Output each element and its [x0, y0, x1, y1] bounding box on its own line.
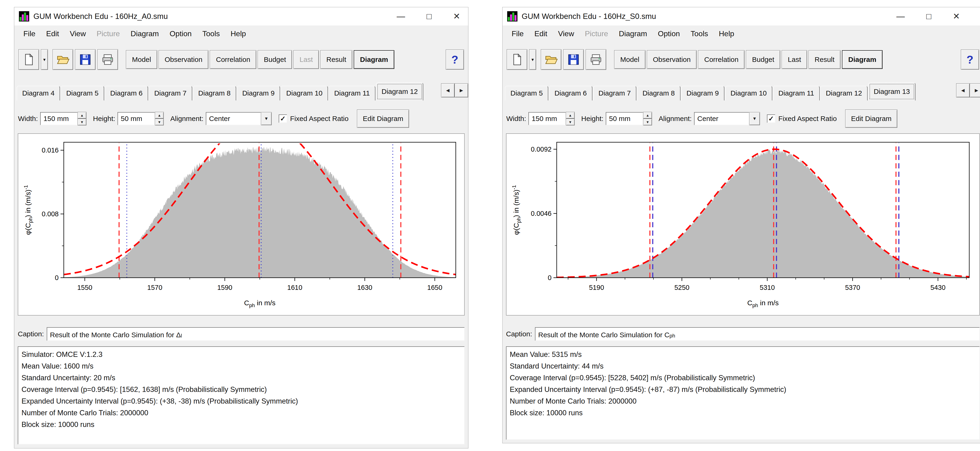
- fixed-aspect-checkbox[interactable]: ✓: [279, 114, 287, 123]
- tab-scroll-left-button[interactable]: ◄: [441, 83, 455, 97]
- menu-item-file[interactable]: File: [18, 29, 41, 38]
- menu-item-view[interactable]: View: [553, 29, 579, 38]
- close-button[interactable]: ✕: [453, 12, 460, 21]
- correlation-button[interactable]: Correlation: [698, 50, 745, 69]
- budget-button[interactable]: Budget: [258, 50, 292, 69]
- spinner-down-icon[interactable]: ▼: [78, 119, 86, 125]
- result-line: Block size: 10000 runs: [21, 419, 461, 430]
- tab-diagram-7[interactable]: Diagram 7: [593, 86, 636, 101]
- tab-diagram-8[interactable]: Diagram 8: [637, 86, 680, 101]
- alignment-dropdown-icon[interactable]: ▼: [749, 112, 760, 125]
- menu-item-file[interactable]: File: [506, 29, 529, 38]
- tab-diagram-10[interactable]: Diagram 10: [725, 86, 772, 101]
- budget-button[interactable]: Budget: [746, 50, 780, 69]
- menu-item-help[interactable]: Help: [713, 29, 740, 38]
- spinner-up-icon[interactable]: ▲: [155, 112, 164, 119]
- spinner-up-icon[interactable]: ▲: [643, 112, 652, 119]
- last-button[interactable]: Last: [782, 50, 807, 69]
- observation-button[interactable]: Observation: [159, 50, 208, 69]
- title-bar: GUM Workbench Edu - 160Hz_S0.smu — □ ✕: [503, 7, 980, 25]
- tab-diagram-7[interactable]: Diagram 7: [149, 86, 192, 101]
- chart-panel: 5190525053105370543000.00460.0092Cph in …: [506, 133, 980, 316]
- result-button[interactable]: Result: [320, 50, 352, 69]
- edit-diagram-button[interactable]: Edit Diagram: [845, 110, 897, 128]
- edit-diagram-button[interactable]: Edit Diagram: [357, 110, 409, 128]
- menu-item-diagram[interactable]: Diagram: [125, 29, 164, 38]
- tab-diagram-9[interactable]: Diagram 9: [237, 86, 280, 101]
- diagram-button[interactable]: Diagram: [354, 50, 395, 69]
- tab-diagram-6[interactable]: Diagram 6: [549, 86, 592, 101]
- new-document-button[interactable]: [507, 49, 527, 70]
- tab-diagram-12[interactable]: Diagram 12: [820, 86, 868, 101]
- print-button[interactable]: [585, 49, 606, 70]
- tab-scroll-right-button[interactable]: ►: [455, 83, 468, 97]
- help-button[interactable]: ?: [446, 49, 464, 70]
- model-button[interactable]: Model: [614, 50, 646, 69]
- menu-item-help[interactable]: Help: [225, 29, 251, 38]
- new-document-dropdown[interactable]: ▾: [41, 49, 48, 70]
- maximize-button[interactable]: □: [926, 12, 931, 21]
- menu-item-tools[interactable]: Tools: [685, 29, 713, 38]
- svg-text:φ(Cph) in (m/s)-1: φ(Cph) in (m/s)-1: [23, 185, 33, 235]
- height-stepper[interactable]: ▲ ▼: [643, 112, 652, 125]
- observation-button[interactable]: Observation: [647, 50, 697, 69]
- print-button[interactable]: [97, 49, 118, 70]
- width-input[interactable]: 150 mm: [528, 112, 566, 125]
- alignment-dropdown-icon[interactable]: ▼: [261, 112, 272, 125]
- tab-diagram-4[interactable]: Diagram 4: [17, 86, 60, 101]
- tab-diagram-8[interactable]: Diagram 8: [193, 86, 236, 101]
- spinner-up-icon[interactable]: ▲: [78, 112, 86, 119]
- spinner-up-icon[interactable]: ▲: [566, 112, 575, 119]
- new-document-button[interactable]: [19, 49, 39, 70]
- new-document-dropdown[interactable]: ▾: [529, 49, 536, 70]
- close-button[interactable]: ✕: [953, 12, 960, 21]
- save-button[interactable]: [563, 49, 584, 70]
- model-button[interactable]: Model: [126, 50, 157, 69]
- result-line: Standard Uncertainty: 44 m/s: [510, 360, 976, 372]
- fixed-aspect-checkbox[interactable]: ✓: [767, 114, 775, 123]
- menu-item-diagram[interactable]: Diagram: [614, 29, 652, 38]
- diagram-tab-row: Diagram 5 Diagram 6 Diagram 7 Diagram 8 …: [503, 80, 980, 101]
- tab-diagram-6[interactable]: Diagram 6: [105, 86, 148, 101]
- spinner-down-icon[interactable]: ▼: [155, 119, 164, 125]
- spinner-down-icon[interactable]: ▼: [566, 119, 575, 125]
- diagram-button[interactable]: Diagram: [842, 50, 883, 69]
- alignment-select[interactable]: Center: [206, 112, 261, 125]
- tab-diagram-13[interactable]: Diagram 13: [868, 83, 916, 101]
- tab-scroll-left-button[interactable]: ◄: [956, 83, 970, 97]
- minimize-button[interactable]: —: [896, 12, 905, 21]
- caption-input[interactable]: Result of the Monte Carlo Simulation for…: [535, 327, 980, 341]
- menu-item-tools[interactable]: Tools: [197, 29, 225, 38]
- tab-scroll-right-button[interactable]: ►: [970, 83, 980, 97]
- height-input[interactable]: 50 mm: [606, 112, 643, 125]
- result-line: Simulator: OMCE V:1.2.3: [21, 349, 461, 360]
- width-input[interactable]: 150 mm: [40, 112, 78, 125]
- width-stepper[interactable]: ▲ ▼: [78, 112, 86, 125]
- open-file-button[interactable]: [52, 49, 73, 70]
- menu-item-edit[interactable]: Edit: [529, 29, 553, 38]
- open-file-button[interactable]: [541, 49, 562, 70]
- spinner-down-icon[interactable]: ▼: [643, 119, 652, 125]
- tab-diagram-11[interactable]: Diagram 11: [328, 86, 375, 101]
- caption-input[interactable]: Result of the Monte Carlo Simulation for…: [47, 327, 465, 341]
- help-button[interactable]: ?: [961, 49, 979, 70]
- tab-diagram-11[interactable]: Diagram 11: [773, 86, 820, 101]
- menu-item-option[interactable]: Option: [164, 29, 197, 38]
- result-button[interactable]: Result: [808, 50, 840, 69]
- maximize-button[interactable]: □: [426, 12, 432, 21]
- menu-item-option[interactable]: Option: [652, 29, 685, 38]
- correlation-button[interactable]: Correlation: [210, 50, 256, 69]
- height-stepper[interactable]: ▲ ▼: [155, 112, 164, 125]
- menu-item-edit[interactable]: Edit: [41, 29, 64, 38]
- tab-diagram-10[interactable]: Diagram 10: [280, 86, 328, 101]
- menu-item-view[interactable]: View: [64, 29, 91, 38]
- tab-diagram-5[interactable]: Diagram 5: [60, 86, 104, 101]
- tab-diagram-9[interactable]: Diagram 9: [681, 86, 724, 101]
- tab-diagram-12[interactable]: Diagram 12: [376, 83, 423, 101]
- save-button[interactable]: [75, 49, 95, 70]
- alignment-select[interactable]: Center: [694, 112, 749, 125]
- tab-diagram-5[interactable]: Diagram 5: [505, 86, 548, 101]
- width-stepper[interactable]: ▲ ▼: [566, 112, 575, 125]
- minimize-button[interactable]: —: [397, 12, 405, 21]
- height-input[interactable]: 50 mm: [118, 112, 155, 125]
